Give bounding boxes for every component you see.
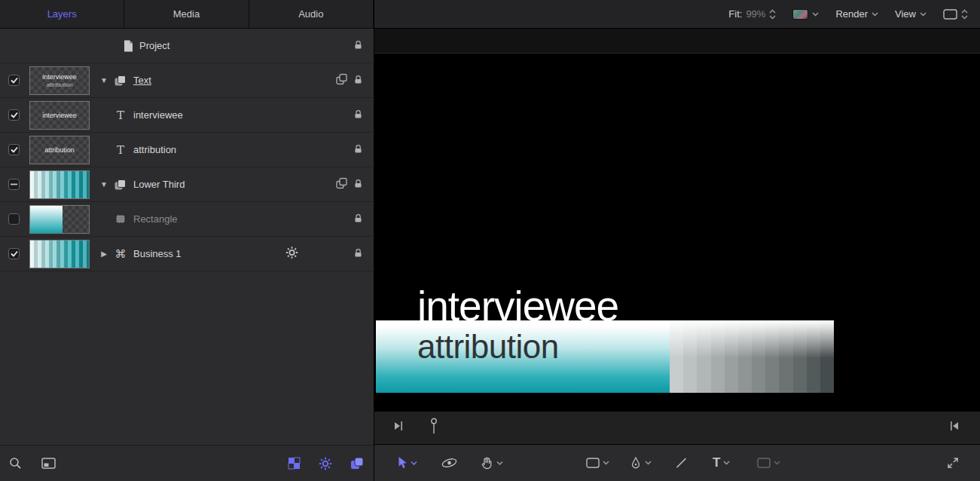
lock-icon[interactable] xyxy=(354,178,362,191)
action-gear-icon[interactable] xyxy=(319,457,332,470)
published-parameters-gear-icon[interactable] xyxy=(285,246,298,262)
group-icon xyxy=(114,75,127,86)
expand-view-button[interactable] xyxy=(947,457,959,469)
pan-tool[interactable] xyxy=(481,457,503,470)
bezier-tool[interactable] xyxy=(630,457,652,469)
canvas-lower-third-graphic[interactable]: attribution xyxy=(376,320,834,393)
thumbnail-rectangle[interactable] xyxy=(29,205,90,234)
text-layer-icon: T xyxy=(114,143,127,157)
canvas-bars-graphic xyxy=(670,320,834,393)
display-icon xyxy=(943,9,957,20)
canvas-viewport[interactable]: interviewee attribution xyxy=(374,29,980,411)
row-rectangle[interactable]: ▶ Rectangle xyxy=(0,202,374,237)
disclosure-open-icon[interactable]: ▼ xyxy=(99,180,109,188)
generator-icon: ⌘ xyxy=(114,247,127,261)
render-menu[interactable]: Render xyxy=(835,8,878,20)
checkbox-lower-third[interactable] xyxy=(8,179,20,190)
lock-icon[interactable] xyxy=(354,247,362,261)
canvas-pasteboard xyxy=(374,29,980,54)
transparency-grid-icon[interactable] xyxy=(288,457,301,470)
channels-swatch-dropdown[interactable] xyxy=(792,9,819,20)
checkbox-business-1[interactable] xyxy=(8,248,20,259)
panel-tabbar: Layers Media Audio xyxy=(0,0,374,29)
lock-icon[interactable] xyxy=(354,74,362,87)
mini-timeline[interactable] xyxy=(374,411,980,445)
view-label: View xyxy=(895,8,916,20)
row-attribution[interactable]: attribution ▶ T attribution xyxy=(0,133,374,167)
transform-3d-tool[interactable] xyxy=(441,456,458,470)
zoom-value: 99% xyxy=(746,8,765,20)
text-tool-icon: T xyxy=(713,455,720,470)
show-layers-pane-icon[interactable] xyxy=(350,457,365,470)
document-icon xyxy=(121,40,135,52)
group-mode-icon[interactable] xyxy=(336,177,347,191)
chevron-down-icon xyxy=(812,12,819,17)
layer-label-text: Text xyxy=(133,75,151,86)
text-tool[interactable]: T xyxy=(713,455,730,470)
thumbnail-business-1[interactable] xyxy=(29,240,90,268)
pen-nib-icon xyxy=(630,457,642,469)
view-menu[interactable]: View xyxy=(895,8,927,20)
group-icon xyxy=(114,179,127,190)
stepper-icon xyxy=(769,9,776,20)
row-lower-third[interactable]: ▼ Lower Third xyxy=(0,167,374,202)
rectangle-icon xyxy=(586,458,600,468)
thumbnail-attribution[interactable]: attribution xyxy=(29,136,90,164)
row-project[interactable]: Project xyxy=(0,29,374,63)
row-business-1[interactable]: ▶ ⌘ Business 1 xyxy=(0,237,374,271)
layer-label-business-1: Business 1 xyxy=(133,248,182,259)
layers-list: Project intervieweeattribution ▼ Text xyxy=(0,29,374,445)
checkbox-rectangle[interactable] xyxy=(8,213,20,225)
thumbnail-lower-third[interactable] xyxy=(29,170,90,199)
tab-layers[interactable]: Layers xyxy=(0,0,124,28)
checkbox-interviewee[interactable] xyxy=(8,109,20,121)
canvas-subtitle-text[interactable]: attribution xyxy=(417,328,559,366)
render-label: Render xyxy=(835,8,868,20)
canvas-toolbar: T xyxy=(374,445,980,481)
play-range-in-marker[interactable] xyxy=(394,421,403,434)
thumbnail-text-group[interactable]: intervieweeattribution xyxy=(29,66,90,95)
chevron-down-icon xyxy=(723,461,730,465)
lock-icon[interactable] xyxy=(354,109,362,122)
arrow-cursor-icon xyxy=(398,457,408,470)
display-layout-control[interactable] xyxy=(943,9,968,20)
stepper-icon xyxy=(961,9,968,20)
lock-icon[interactable] xyxy=(354,213,362,226)
viewer-area: Fit: 99% Render View inter xyxy=(374,0,980,481)
checkbox-text-group[interactable] xyxy=(8,75,20,86)
hand-icon xyxy=(481,457,493,470)
thumbnail-view-icon[interactable] xyxy=(41,458,56,469)
layer-label-attribution: attribution xyxy=(133,144,176,155)
search-icon[interactable] xyxy=(9,457,22,470)
play-range-out-marker[interactable] xyxy=(950,421,959,434)
layer-label-rectangle: Rectangle xyxy=(133,213,178,225)
thumb-text: attribution xyxy=(30,146,89,154)
rectangle-tool[interactable] xyxy=(586,458,609,468)
line-tool[interactable] xyxy=(676,458,687,469)
checkbox-attribution[interactable] xyxy=(8,144,20,155)
playhead-marker[interactable] xyxy=(430,418,438,437)
layers-panel-footer xyxy=(0,445,374,481)
layer-label-interviewee: interviewee xyxy=(133,109,183,121)
orbit-icon xyxy=(441,456,458,470)
fit-label: Fit: xyxy=(728,8,742,20)
line-icon xyxy=(676,458,687,469)
disclosure-open-icon[interactable]: ▼ xyxy=(99,76,109,84)
lock-icon[interactable] xyxy=(354,39,362,53)
select-tool[interactable] xyxy=(398,457,417,470)
row-interviewee[interactable]: interviewee ▶ T interviewee xyxy=(0,98,374,133)
shape-style-dropdown[interactable] xyxy=(757,458,780,468)
lock-icon[interactable] xyxy=(354,143,362,157)
shape-layer-icon xyxy=(114,214,127,224)
thumbnail-interviewee[interactable]: interviewee xyxy=(29,101,90,130)
chevron-down-icon xyxy=(872,12,878,17)
tab-audio[interactable]: Audio xyxy=(249,0,374,28)
tab-media[interactable]: Media xyxy=(124,0,249,28)
chevron-down-icon xyxy=(496,461,503,465)
group-mode-icon[interactable] xyxy=(336,73,347,87)
layers-panel: Layers Media Audio Project xyxy=(0,0,374,481)
row-text-group[interactable]: intervieweeattribution ▼ Text xyxy=(0,63,374,98)
disclosure-closed-icon[interactable]: ▶ xyxy=(99,250,109,258)
chevron-down-icon xyxy=(920,12,927,17)
fit-zoom-control[interactable]: Fit: 99% xyxy=(728,8,776,20)
